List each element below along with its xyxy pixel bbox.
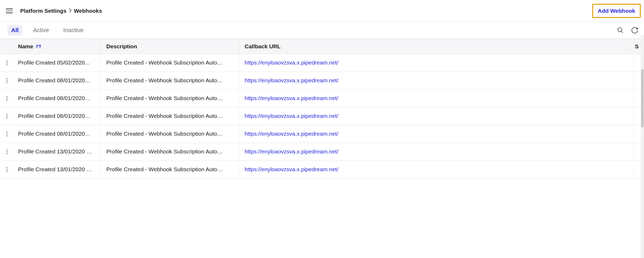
- row-url: https://enyloaovzsva.x.pipedream.net/: [239, 125, 633, 143]
- column-callback-url[interactable]: Callback URL: [239, 39, 630, 54]
- search-icon[interactable]: [617, 27, 624, 34]
- row-description: Profile Created - Webhook Subscription A…: [101, 143, 239, 161]
- scrollbar-thumb[interactable]: [641, 69, 644, 127]
- filter-tabs: All Active Inactive: [7, 25, 87, 35]
- row-actions: [0, 125, 14, 143]
- row-url: https://enyloaovzsva.x.pipedream.net/: [239, 108, 633, 125]
- breadcrumb: Platform Settings Webhooks: [20, 8, 102, 14]
- tab-active[interactable]: Active: [29, 25, 53, 35]
- breadcrumb-current: Webhooks: [74, 8, 102, 14]
- row-name: Profile Created 13/01/2020 …: [14, 143, 101, 161]
- kebab-menu-icon[interactable]: [5, 166, 9, 173]
- column-url-label: Callback URL: [245, 43, 281, 50]
- webhooks-table: Name Description Callback URL S Profile …: [0, 39, 644, 179]
- row-url: https://enyloaovzsva.x.pipedream.net/: [239, 90, 633, 107]
- row-url: https://enyloaovzsva.x.pipedream.net/: [239, 143, 633, 161]
- column-description[interactable]: Description: [101, 39, 239, 54]
- sort-ascending-icon[interactable]: [36, 44, 41, 49]
- kebab-menu-icon[interactable]: [5, 77, 9, 84]
- hamburger-menu-icon[interactable]: [6, 7, 13, 14]
- add-webhook-highlight: Add Webhook: [592, 4, 641, 18]
- table-row[interactable]: Profile Created 08/01/2020… Profile Crea…: [0, 125, 644, 143]
- kebab-menu-icon[interactable]: [5, 131, 9, 137]
- table-row[interactable]: Profile Created 13/01/2020 … Profile Cre…: [0, 143, 644, 161]
- table-row[interactable]: Profile Created 08/01/2020… Profile Crea…: [0, 72, 644, 90]
- scrollbar-track[interactable]: [641, 35, 644, 179]
- kebab-menu-icon[interactable]: [5, 95, 9, 102]
- column-name[interactable]: Name: [14, 39, 101, 54]
- callback-url-link[interactable]: https://enyloaovzsva.x.pipedream.net/: [245, 77, 338, 83]
- row-name: Profile Created 08/01/2020…: [14, 108, 101, 125]
- row-actions: [0, 72, 14, 89]
- column-description-label: Description: [106, 43, 137, 50]
- row-actions: [0, 161, 14, 178]
- row-name: Profile Created 13/01/2020 …: [14, 161, 101, 178]
- row-actions: [0, 108, 14, 125]
- topbar-left: Platform Settings Webhooks: [6, 7, 102, 14]
- breadcrumb-root[interactable]: Platform Settings: [20, 8, 66, 14]
- row-url: https://enyloaovzsva.x.pipedream.net/: [239, 54, 633, 72]
- column-actions: [0, 39, 14, 54]
- callback-url-link[interactable]: https://enyloaovzsva.x.pipedream.net/: [245, 59, 338, 66]
- row-url: https://enyloaovzsva.x.pipedream.net/: [239, 72, 633, 89]
- row-actions: [0, 143, 14, 161]
- table-row[interactable]: Profile Created 08/01/2020… Profile Crea…: [0, 90, 644, 108]
- callback-url-link[interactable]: https://enyloaovzsva.x.pipedream.net/: [245, 166, 338, 172]
- topbar: Platform Settings Webhooks Add Webhook: [0, 0, 644, 22]
- row-name: Profile Created 08/01/2020…: [14, 125, 101, 143]
- callback-url-link[interactable]: https://enyloaovzsva.x.pipedream.net/: [245, 113, 338, 119]
- row-actions: [0, 90, 14, 107]
- row-url: https://enyloaovzsva.x.pipedream.net/: [239, 161, 633, 178]
- refresh-icon[interactable]: [631, 27, 638, 34]
- column-name-label: Name: [18, 43, 33, 50]
- filterbar: All Active Inactive: [0, 22, 644, 39]
- table-row[interactable]: Profile Created 13/01/2020 … Profile Cre…: [0, 161, 644, 179]
- kebab-menu-icon[interactable]: [5, 59, 9, 66]
- table-row[interactable]: Profile Created 08/01/2020… Profile Crea…: [0, 108, 644, 125]
- column-last-label: S: [635, 43, 639, 50]
- row-description: Profile Created - Webhook Subscription A…: [101, 125, 239, 143]
- callback-url-link[interactable]: https://enyloaovzsva.x.pipedream.net/: [245, 148, 338, 154]
- tab-all[interactable]: All: [7, 25, 22, 35]
- table-row[interactable]: Profile Created 05/02/2020… Profile Crea…: [0, 54, 644, 72]
- row-description: Profile Created - Webhook Subscription A…: [101, 54, 239, 72]
- filter-actions: [617, 27, 638, 34]
- kebab-menu-icon[interactable]: [5, 113, 9, 120]
- add-webhook-button[interactable]: Add Webhook: [594, 6, 639, 16]
- row-description: Profile Created - Webhook Subscription A…: [101, 72, 239, 89]
- chevron-right-icon: [69, 8, 72, 14]
- table-header: Name Description Callback URL S: [0, 39, 644, 54]
- callback-url-link[interactable]: https://enyloaovzsva.x.pipedream.net/: [245, 95, 338, 101]
- row-description: Profile Created - Webhook Subscription A…: [101, 108, 239, 125]
- row-description: Profile Created - Webhook Subscription A…: [101, 161, 239, 178]
- row-actions: [0, 54, 14, 72]
- kebab-menu-icon[interactable]: [5, 148, 9, 155]
- svg-line-1: [621, 31, 623, 33]
- row-name: Profile Created 05/02/2020…: [14, 54, 101, 72]
- svg-point-0: [618, 28, 622, 32]
- row-name: Profile Created 08/01/2020…: [14, 90, 101, 107]
- row-description: Profile Created - Webhook Subscription A…: [101, 90, 239, 107]
- tab-inactive[interactable]: Inactive: [60, 25, 87, 35]
- row-name: Profile Created 08/01/2020…: [14, 72, 101, 89]
- callback-url-link[interactable]: https://enyloaovzsva.x.pipedream.net/: [245, 131, 338, 137]
